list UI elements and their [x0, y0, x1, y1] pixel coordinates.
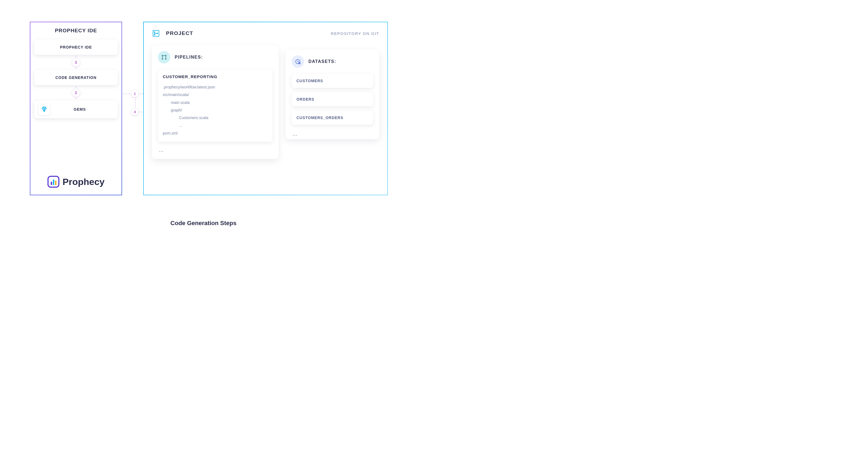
pipelines-title: PIPELINES: — [175, 55, 203, 60]
pipelines-icon — [158, 51, 170, 63]
ide-panel-title: PROPHECY IDE — [34, 28, 118, 34]
svg-point-8 — [162, 55, 163, 56]
pipelines-more: ... — [158, 145, 273, 154]
pipelines-card: PIPELINES: CUSTOMER_REPORTING .prophecy/… — [152, 45, 279, 159]
ide-connector-2: 2 — [34, 85, 118, 100]
badge-2: 2 — [72, 89, 80, 97]
ide-card-prophecy-ide: PROPHECY IDE — [34, 40, 118, 55]
svg-point-10 — [162, 58, 163, 59]
datasets-more: ... — [291, 129, 373, 137]
badge-3: 3 — [72, 59, 80, 66]
dataset-customers: CUSTOMERS — [291, 74, 373, 88]
datasets-icon — [291, 55, 304, 68]
gems-label: GEMS — [58, 107, 102, 112]
panel-project: PROJECT REPOSITORY ON GIT PIPELINES: — [143, 22, 388, 195]
datasets-card: DATASETS: CUSTOMERS ORDERS CUSTOMERS_ORD… — [286, 50, 379, 139]
ide-connector-3: 3 — [34, 55, 118, 70]
svg-point-11 — [165, 58, 166, 59]
dataset-orders: ORDERS — [291, 92, 373, 106]
tree-customers-scala: Customers.scala — [163, 114, 268, 122]
diagram-container: 1 4 PROPHECY IDE PROPHECY IDE 3 CODE GEN… — [11, 11, 396, 220]
tree-graph-dir: graph/ — [163, 106, 268, 114]
pipeline-item-title: CUSTOMER_REPORTING — [163, 74, 268, 79]
connector-1-badge: 1 — [131, 90, 138, 97]
svg-point-9 — [165, 55, 166, 56]
tree-workflow-json: .prophecy/workflow.latest.json — [163, 83, 268, 91]
ide-card-gems: GEMS — [34, 100, 118, 118]
svg-rect-3 — [55, 181, 56, 185]
diamond-icon — [38, 103, 50, 115]
pipelines-column: PIPELINES: CUSTOMER_REPORTING .prophecy/… — [152, 45, 279, 159]
prophecy-logo-text: Prophecy — [63, 177, 105, 187]
blueprint-icon — [152, 29, 160, 37]
dataset-customers-orders: CUSTOMERS_ORDERS — [291, 111, 373, 125]
tree-ellipsis-inner: ... — [163, 122, 268, 129]
tree-pom-xml: pom.xml — [163, 129, 268, 137]
project-title: PROJECT — [166, 30, 331, 36]
tree-src-main-scala: src/main/scala/ — [163, 91, 268, 98]
diagram-caption: Code Generation Steps — [11, 220, 396, 227]
connector-4-badge: 4 — [131, 108, 138, 115]
repository-label: REPOSITORY ON GIT — [331, 31, 379, 36]
datasets-title: DATASETS: — [308, 59, 336, 64]
pipeline-item-card: CUSTOMER_REPORTING .prophecy/workflow.la… — [158, 69, 273, 142]
tree-main-scala: main.scala — [163, 99, 268, 106]
prophecy-logo-icon — [48, 176, 59, 188]
project-header: PROJECT REPOSITORY ON GIT — [152, 29, 379, 37]
prophecy-logo: Prophecy — [30, 176, 122, 188]
datasets-column: DATASETS: CUSTOMERS ORDERS CUSTOMERS_ORD… — [286, 45, 379, 159]
svg-rect-1 — [51, 182, 52, 185]
panel-prophecy-ide: PROPHECY IDE PROPHECY IDE 3 CODE GENERAT… — [30, 22, 122, 195]
svg-rect-2 — [53, 180, 54, 185]
project-body: PIPELINES: CUSTOMER_REPORTING .prophecy/… — [152, 45, 379, 159]
ide-card-code-generation: CODE GENERATION — [34, 70, 118, 85]
